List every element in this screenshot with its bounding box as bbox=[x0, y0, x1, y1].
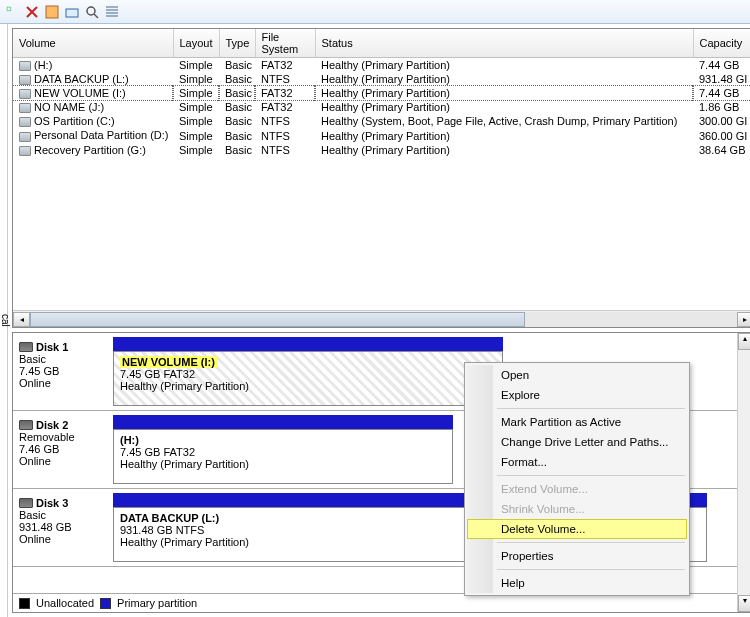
partition-bar bbox=[113, 415, 453, 429]
partition-status: Healthy (Primary Partition) bbox=[120, 458, 446, 470]
cell: 38.64 GB bbox=[693, 143, 750, 157]
menu-item-open[interactable]: Open bbox=[467, 365, 687, 385]
partition-area[interactable]: NEW VOLUME (I:)7.45 GB FAT32Healthy (Pri… bbox=[113, 337, 503, 406]
menu-separator bbox=[497, 569, 685, 570]
vertical-scrollbar[interactable]: ▴ ▾ bbox=[737, 333, 751, 612]
cell: Simple bbox=[173, 114, 219, 128]
disk-state: Online bbox=[19, 533, 111, 545]
partition-status: Healthy (Primary Partition) bbox=[120, 380, 496, 392]
scroll-track[interactable] bbox=[30, 312, 737, 327]
cell: Basic bbox=[219, 86, 255, 100]
table-row[interactable]: DATA BACKUP (L:)SimpleBasicNTFSHealthy (… bbox=[13, 72, 750, 86]
cell: Basic bbox=[219, 72, 255, 86]
cell: OS Partition (C:) bbox=[13, 114, 173, 128]
toolbar-action-icon[interactable] bbox=[64, 4, 80, 20]
cell: FAT32 bbox=[255, 86, 315, 100]
table-row[interactable]: Personal Data Partition (D:)SimpleBasicN… bbox=[13, 128, 750, 142]
toolbar-properties-icon[interactable] bbox=[44, 4, 60, 20]
disk-info: Disk 3Basic931.48 GBOnline bbox=[17, 493, 113, 562]
disk-type: Basic bbox=[19, 509, 111, 521]
scroll-left-button[interactable]: ◂ bbox=[13, 312, 30, 327]
volume-icon bbox=[19, 61, 31, 71]
menu-item-delete-volume[interactable]: Delete Volume... bbox=[467, 519, 687, 539]
menu-item-help[interactable]: Help bbox=[467, 573, 687, 593]
toolbar bbox=[0, 0, 750, 24]
partition-label: NEW VOLUME (I:) bbox=[120, 356, 496, 368]
partition-box[interactable]: NEW VOLUME (I:)7.45 GB FAT32Healthy (Pri… bbox=[113, 351, 503, 406]
disk-type: Removable bbox=[19, 431, 111, 443]
cell: Simple bbox=[173, 58, 219, 73]
partition-box[interactable]: (H:)7.45 GB FAT32Healthy (Primary Partit… bbox=[113, 429, 453, 484]
disk-icon bbox=[19, 420, 33, 430]
partition-bar bbox=[113, 337, 503, 351]
menu-item-format[interactable]: Format... bbox=[467, 452, 687, 472]
cell: FAT32 bbox=[255, 100, 315, 114]
column-header-volume[interactable]: Volume bbox=[13, 29, 173, 58]
menu-item-explore[interactable]: Explore bbox=[467, 385, 687, 405]
menu-item-mark-partition-as-active[interactable]: Mark Partition as Active bbox=[467, 412, 687, 432]
cell: Simple bbox=[173, 143, 219, 157]
cell: NTFS bbox=[255, 114, 315, 128]
column-header-capacity[interactable]: Capacity bbox=[693, 29, 750, 58]
menu-separator bbox=[497, 475, 685, 476]
column-header-status[interactable]: Status bbox=[315, 29, 693, 58]
disk-size: 7.45 GB bbox=[19, 365, 111, 377]
volume-icon bbox=[19, 89, 31, 99]
cell: DATA BACKUP (L:) bbox=[13, 72, 173, 86]
table-row[interactable]: NEW VOLUME (I:)SimpleBasicFAT32Healthy (… bbox=[13, 86, 750, 100]
table-row[interactable]: OS Partition (C:)SimpleBasicNTFSHealthy … bbox=[13, 114, 750, 128]
toolbar-refresh-icon[interactable] bbox=[4, 4, 20, 20]
scroll-thumb[interactable] bbox=[30, 312, 525, 327]
cell: 360.00 GI bbox=[693, 128, 750, 142]
cell: Healthy (System, Boot, Page File, Active… bbox=[315, 114, 693, 128]
scroll-up-button[interactable]: ▴ bbox=[738, 333, 751, 350]
svg-rect-1 bbox=[66, 9, 78, 17]
cell: (H:) bbox=[13, 58, 173, 73]
cell: Basic bbox=[219, 58, 255, 73]
table-row[interactable]: Recovery Partition (G:)SimpleBasicNTFSHe… bbox=[13, 143, 750, 157]
cell: NTFS bbox=[255, 128, 315, 142]
column-header-layout[interactable]: Layout bbox=[173, 29, 219, 58]
volume-list-panel: VolumeLayoutTypeFile SystemStatusCapacit… bbox=[12, 28, 750, 328]
cell: 300.00 GI bbox=[693, 114, 750, 128]
partition-size: 7.45 GB FAT32 bbox=[120, 446, 446, 458]
toolbar-delete-icon[interactable] bbox=[24, 4, 40, 20]
column-header-type[interactable]: Type bbox=[219, 29, 255, 58]
toolbar-find-icon[interactable] bbox=[84, 4, 100, 20]
svg-point-2 bbox=[87, 7, 95, 15]
horizontal-scrollbar[interactable]: ◂ ▸ bbox=[13, 310, 750, 327]
scroll-right-button[interactable]: ▸ bbox=[737, 312, 751, 327]
cell: Simple bbox=[173, 100, 219, 114]
disk-size: 931.48 GB bbox=[19, 521, 111, 533]
cell: 1.86 GB bbox=[693, 100, 750, 114]
legend-label-unallocated: Unallocated bbox=[36, 597, 94, 609]
cell: Basic bbox=[219, 100, 255, 114]
legend-label-primary: Primary partition bbox=[117, 597, 197, 609]
menu-item-properties[interactable]: Properties bbox=[467, 546, 687, 566]
table-row[interactable]: NO NAME (J:)SimpleBasicFAT32Healthy (Pri… bbox=[13, 100, 750, 114]
toolbar-list-icon[interactable] bbox=[104, 4, 120, 20]
cell: NEW VOLUME (I:) bbox=[13, 86, 173, 100]
scroll-down-button[interactable]: ▾ bbox=[738, 595, 751, 612]
menu-item-change-drive-letter-and-paths[interactable]: Change Drive Letter and Paths... bbox=[467, 432, 687, 452]
partition-area[interactable]: (H:)7.45 GB FAT32Healthy (Primary Partit… bbox=[113, 415, 453, 484]
cell: Healthy (Primary Partition) bbox=[315, 100, 693, 114]
menu-separator bbox=[497, 542, 685, 543]
cell: NO NAME (J:) bbox=[13, 100, 173, 114]
disk-size: 7.46 GB bbox=[19, 443, 111, 455]
cell: Basic bbox=[219, 128, 255, 142]
disk-name: Disk 2 bbox=[36, 419, 68, 431]
cell: Simple bbox=[173, 128, 219, 142]
left-strip: cal bbox=[0, 24, 8, 617]
cell: Recovery Partition (G:) bbox=[13, 143, 173, 157]
cell: Personal Data Partition (D:) bbox=[13, 128, 173, 142]
disk-icon bbox=[19, 498, 33, 508]
cell: 7.44 GB bbox=[693, 58, 750, 73]
cell: NTFS bbox=[255, 143, 315, 157]
column-header-file-system[interactable]: File System bbox=[255, 29, 315, 58]
cell: Healthy (Primary Partition) bbox=[315, 128, 693, 142]
partition-label: (H:) bbox=[120, 434, 446, 446]
menu-item-extend-volume: Extend Volume... bbox=[467, 479, 687, 499]
table-row[interactable]: (H:)SimpleBasicFAT32Healthy (Primary Par… bbox=[13, 58, 750, 73]
volume-icon bbox=[19, 146, 31, 156]
